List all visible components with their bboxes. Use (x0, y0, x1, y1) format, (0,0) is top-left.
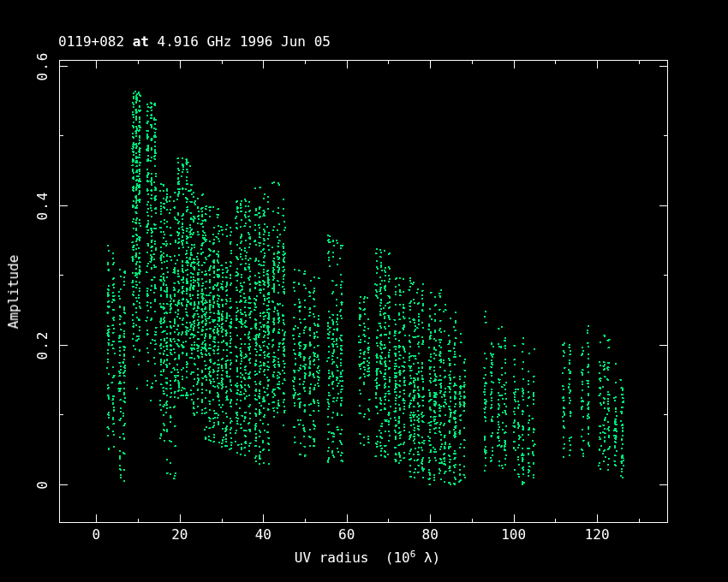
x-axis-label-lambda: λ) (415, 549, 440, 566)
plot-title-source: 0119+082 (58, 33, 133, 50)
uv-amplitude-plot: 0119+082 at 4.916 GHz 1996 Jun 05 Amplit… (0, 0, 728, 582)
x-tick-label: 100 (501, 528, 526, 542)
plot-title-freq-date: 4.916 GHz 1996 Jun 05 (149, 33, 331, 50)
x-axis-label: UV radius (106 λ) (295, 551, 440, 567)
y-tick-label: 0 (36, 479, 50, 490)
x-tick-label: 60 (338, 528, 355, 542)
x-tick-label: 20 (171, 528, 188, 542)
x-tick-label: 0 (92, 528, 101, 542)
x-tick-label: 40 (255, 528, 272, 542)
y-tick-label: 0.6 (36, 51, 50, 81)
x-tick-label: 80 (422, 528, 439, 542)
plot-title-at: at (133, 33, 149, 50)
scatter-plot-canvas (0, 0, 728, 582)
x-tick-label: 120 (585, 528, 610, 542)
plot-title: 0119+082 at 4.916 GHz 1996 Jun 05 (58, 35, 331, 49)
y-tick-label: 0.2 (36, 330, 50, 359)
y-tick-label: 0.4 (36, 190, 50, 220)
x-axis-label-text: UV radius (10 (295, 549, 410, 566)
x-axis-label-exponent: 6 (410, 549, 416, 560)
y-axis-label: Amplitude (7, 255, 21, 330)
